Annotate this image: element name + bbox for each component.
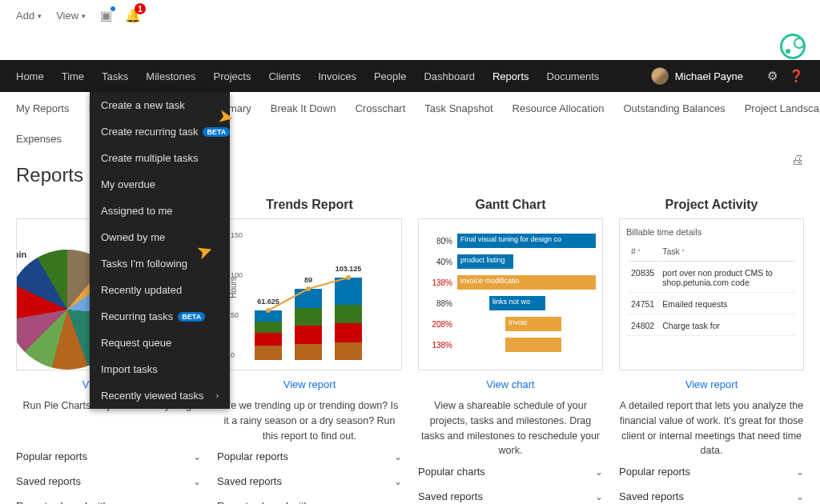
- pie-label: Admin: [16, 250, 26, 259]
- brand-logo-icon: [780, 34, 806, 59]
- chevron-down-icon: ⌄: [193, 476, 201, 487]
- main-nav: Home Time Tasks Milestones Projects Clie…: [0, 60, 820, 92]
- chevron-down-icon: ⌄: [595, 466, 603, 478]
- dd-create-multiple[interactable]: Create multiple tasks: [90, 145, 230, 171]
- view-report-link[interactable]: View report: [619, 378, 804, 390]
- table-caption: Billable time details: [626, 227, 797, 237]
- accordion-row[interactable]: Saved reports⌄: [619, 484, 804, 504]
- nav-tasks[interactable]: Tasks: [102, 70, 128, 82]
- card-desc: View a shareable schedule of your projec…: [418, 398, 603, 458]
- gantt-thumb[interactable]: 80%Final visual tuning for design co 40%…: [418, 218, 603, 370]
- card-gantt: Gantt Chart 80%Final visual tuning for d…: [418, 198, 603, 504]
- chevron-down-icon: ⌄: [193, 501, 201, 505]
- table-row[interactable]: 24751Emailed requests: [628, 294, 795, 314]
- activity-thumb[interactable]: Billable time details #˄Task˄ 20835port …: [619, 218, 804, 370]
- y-tick: 100: [231, 271, 243, 279]
- chevron-down-icon: ⌄: [796, 466, 804, 478]
- subnav-project-landscape[interactable]: Project Landscape: [745, 102, 820, 114]
- accordion-row[interactable]: Saved reports⌄: [16, 469, 201, 494]
- chevron-right-icon: ›: [216, 391, 219, 400]
- card-desc: A detailed report that lets you analyze …: [619, 398, 804, 458]
- notif-badge: 1: [135, 3, 146, 14]
- view-menu[interactable]: View▾: [56, 10, 86, 22]
- user-name[interactable]: Michael Payne: [675, 70, 743, 82]
- dd-recently-updated[interactable]: Recently updated: [90, 277, 230, 303]
- y-tick: 50: [231, 311, 239, 319]
- nav-dashboard[interactable]: Dashboard: [424, 70, 475, 82]
- trends-thumb[interactable]: Hours 150 100 50 0 61.625 89 103.125: [217, 218, 402, 370]
- card-trends: Trends Report Hours 150 100 50 0 61.625 …: [217, 198, 402, 504]
- accordion-row[interactable]: Saved reports⌄: [217, 469, 402, 494]
- dd-request-queue[interactable]: Request queue: [90, 330, 230, 356]
- y-axis-label: Hours: [229, 277, 238, 298]
- subnav-resource-allocation[interactable]: Resource Allocation: [512, 102, 605, 114]
- nav-home[interactable]: Home: [16, 70, 44, 82]
- dd-recently-viewed[interactable]: Recently viewed tasks›: [90, 382, 230, 409]
- dd-my-overdue[interactable]: My overdue: [90, 171, 230, 198]
- nav-documents[interactable]: Documents: [547, 70, 600, 82]
- subnav-expenses[interactable]: Expenses: [16, 133, 62, 145]
- nav-time[interactable]: Time: [62, 70, 84, 82]
- chevron-down-icon: ⌄: [193, 451, 201, 462]
- table-row[interactable]: 20835port over non product CMS to shop.p…: [628, 263, 795, 293]
- accordion-row[interactable]: Popular reports⌄: [217, 444, 402, 469]
- card-title: Project Activity: [619, 198, 804, 212]
- nav-clients[interactable]: Clients: [268, 70, 300, 82]
- logo-row: [0, 32, 820, 60]
- dd-import-tasks[interactable]: Import tasks: [90, 356, 230, 382]
- view-chart-link[interactable]: View chart: [418, 378, 603, 390]
- accordion-row[interactable]: Popular charts⌄: [418, 459, 603, 484]
- chevron-down-icon: ⌄: [394, 501, 402, 504]
- nav-people[interactable]: People: [374, 70, 406, 82]
- messages-icon[interactable]: ▣: [100, 8, 112, 23]
- nav-projects[interactable]: Projects: [213, 70, 251, 82]
- chevron-down-icon: ⌄: [394, 476, 402, 487]
- settings-icon[interactable]: ⚙: [767, 69, 778, 83]
- nav-invoices[interactable]: Invoices: [318, 70, 356, 82]
- dd-create-task[interactable]: Create a new task: [90, 92, 230, 118]
- card-title: Gantt Chart: [418, 198, 603, 212]
- card-activity: Project Activity Billable time details #…: [619, 198, 804, 504]
- chevron-down-icon: ⌄: [394, 451, 402, 462]
- nav-milestones[interactable]: Milestones: [146, 70, 195, 82]
- subnav-task-snapshot[interactable]: Task Snapshot: [424, 102, 492, 114]
- card-desc: Are we trending up or trending down? Is …: [217, 398, 402, 443]
- topbar: Add▾ View▾ ▣ 🔔1: [0, 0, 820, 32]
- subnav-break-it-down[interactable]: Break It Down: [271, 102, 336, 114]
- mini-table: #˄Task˄ 20835port over non product CMS t…: [626, 240, 797, 338]
- y-tick: 150: [231, 231, 243, 239]
- nav-reports[interactable]: Reports: [492, 70, 529, 82]
- help-icon[interactable]: ❓: [789, 69, 804, 83]
- accordion-row[interactable]: Reports shared with you⌄: [217, 494, 402, 504]
- dd-create-recurring[interactable]: Create recurring taskBETA: [90, 118, 230, 145]
- table-row[interactable]: 24802Charge task for: [628, 316, 795, 336]
- subnav-my-reports[interactable]: My Reports: [16, 102, 69, 114]
- notifications-icon[interactable]: 🔔1: [125, 8, 141, 23]
- accordion-row[interactable]: Reports shared with you⌄: [16, 494, 201, 504]
- card-title: Trends Report: [217, 198, 402, 212]
- accordion-row[interactable]: Saved reports⌄: [418, 484, 603, 504]
- chevron-down-icon: ⌄: [595, 491, 603, 502]
- y-tick: 0: [231, 351, 235, 359]
- chevron-down-icon: ⌄: [796, 491, 804, 502]
- view-report-link[interactable]: View report: [217, 378, 402, 390]
- user-avatar[interactable]: [651, 67, 669, 85]
- subnav-outstanding-balances[interactable]: Outstanding Balances: [624, 102, 726, 114]
- accordion-row[interactable]: Popular reports⌄: [619, 459, 804, 484]
- dd-assigned-to-me[interactable]: Assigned to me: [90, 198, 230, 224]
- acaccordion ow[interactable]: Popular reports⌄: [16, 444, 201, 469]
- subnav-crosschart[interactable]: Crosschart: [355, 102, 405, 114]
- print-icon[interactable]: 🖨: [791, 153, 804, 167]
- dd-recurring-tasks[interactable]: Recurring tasksBETA: [90, 303, 230, 330]
- add-menu[interactable]: Add▾: [16, 10, 42, 22]
